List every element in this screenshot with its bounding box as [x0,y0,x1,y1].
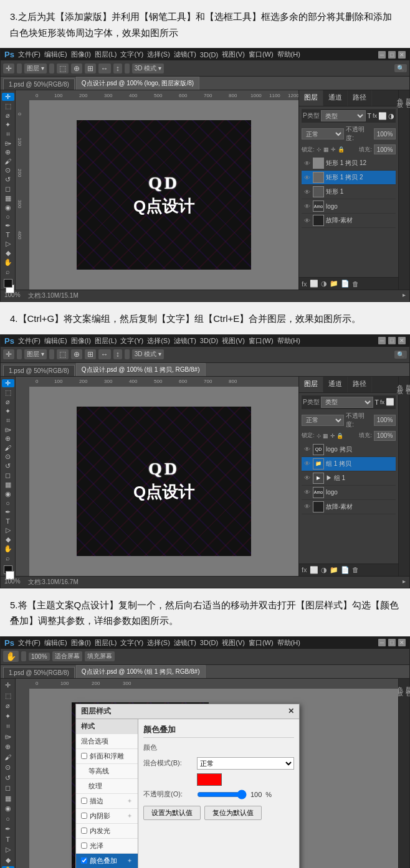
ps1-scroll-indicator[interactable]: ▸ [403,291,406,300]
ps2-lasso-tool[interactable]: ⌀ [2,398,14,406]
ps3-menu-type[interactable]: 文字(Y) [120,638,143,648]
dialog-style-inner-glow[interactable]: 内发光 [76,824,138,839]
dialog-style-texture[interactable]: 纹理 [76,779,138,794]
ps2-layer-mode[interactable]: 图层 ▾ [24,349,47,359]
ps1-menu-view[interactable]: 视图(V) [222,50,245,59]
ps3-eraser-tool[interactable]: ◻ [2,784,14,793]
layers-tab[interactable]: 图层 [299,90,323,106]
paths-tab[interactable]: 路径 [348,90,372,106]
ps2-toolbar-icon-4[interactable]: ↔ [98,349,111,359]
dialog-style-blending[interactable]: 混合选项 [76,734,138,749]
dialog-opacity-slider[interactable] [197,790,247,800]
channels-tab[interactable]: 通道 [323,90,348,106]
ps3-menu-window[interactable]: 窗口(W) [249,638,274,648]
clone-tool[interactable]: ⊙ [2,166,14,174]
ps2-text-tool[interactable]: T [2,517,14,525]
ps3-hand-tool[interactable]: ✋ [2,866,14,869]
ps3-menu-select[interactable]: 选择(S) [147,638,170,648]
heal-tool[interactable]: ⊕ [2,148,14,156]
ps2-eye-icon-2[interactable]: 👁 [303,474,311,482]
inner-shadow-plus[interactable]: ＋ [126,811,133,820]
ps2-eye-icon-1[interactable]: 👁 [303,460,311,468]
eye-icon-4[interactable]: 👁 [303,217,311,224]
ps2-gradient-tool[interactable]: ▦ [2,481,14,489]
path-select-tool[interactable]: ▷ [2,240,14,248]
ps2-panel-icon-mask[interactable]: ⬜ [386,398,394,406]
ps2-eraser-tool[interactable]: ◻ [2,471,14,479]
marquee-tool[interactable]: ⬚ [2,102,14,110]
ps2-history-brush-tool[interactable]: ↺ [2,462,14,470]
ps3-zoom-btn-3[interactable]: 填充屏幕 [85,651,115,661]
ps3-clone-tool[interactable]: ⊙ [2,763,14,773]
ps2-close-button[interactable]: ✕ [398,337,406,344]
ps1-menu-file[interactable]: 文件(F) [18,50,41,59]
history-brush-tool[interactable]: ↺ [2,176,14,184]
dialog-style-color-overlay[interactable]: 颜色叠加 ＋ [76,854,138,869]
eye-icon-2[interactable]: 👁 [303,188,311,196]
ps1-tab-1[interactable]: 1.psd @ 50%(RGB/8) [3,78,75,90]
hand-tool[interactable]: ✋ [2,258,14,267]
dialog-style-stroke[interactable]: 描边 ＋ [76,794,138,809]
toolbar-icon-2[interactable]: ⊕ [71,64,82,73]
ps1-menu-edit[interactable]: 编辑(E) [44,50,67,59]
ps2-lock-icon[interactable]: ⊹ ▦ ✛ 🔒 [317,433,344,439]
lasso-tool[interactable]: ⌀ [2,111,14,120]
text-tool[interactable]: T [2,231,14,238]
ps3-zoom-btn-2[interactable]: 适合屏幕 [52,651,82,661]
dialog-style-satin-check[interactable] [81,842,87,849]
add-mask-btn[interactable]: ⬜ [310,280,318,288]
layer-item-4[interactable]: 👁 故障-素材 [302,214,396,228]
dialog-set-default-btn[interactable]: 设置为默认值 [143,806,201,820]
ps3-tab-1[interactable]: 1.psd @ 50%(RGB/8) [3,667,75,678]
blend-mode-select[interactable]: 正常 [302,128,344,139]
toolbar-icon-4[interactable]: ↔ [98,64,111,73]
ps2-layer-item-4[interactable]: 👁 故障-素材 [302,500,396,514]
panel-icon-adj[interactable]: ◑ [388,112,394,120]
ps2-move-tool-btn[interactable]: ✛ [3,349,14,359]
dialog-style-bevel-check[interactable] [81,753,87,759]
ps3-magic-wand-tool[interactable]: ✦ [2,712,14,721]
ps2-menu-file[interactable]: 文件(F) [18,336,41,346]
ps1-menu-layer[interactable]: 图层(L) [95,50,117,59]
dialog-close-btn[interactable]: ✕ [288,707,294,715]
ps3-lasso-tool[interactable]: ⌀ [2,702,14,711]
fill-input[interactable]: 100% [374,144,396,154]
dodge-tool[interactable]: ○ [2,213,14,220]
ps1-menu-type[interactable]: 文字(Y) [120,50,143,59]
minimize-button[interactable]: ─ [378,51,386,59]
dialog-reset-btn[interactable]: 复位为默认值 [204,806,262,820]
eye-icon-3[interactable]: 👁 [303,202,311,210]
ps2-add-adj-btn[interactable]: ◑ [321,566,327,574]
layer-mode-select[interactable]: 图层 ▾ [24,64,47,73]
zoom-tool[interactable]: ⌕ [2,268,14,275]
ps3-path-tool[interactable]: ▷ [2,846,14,855]
ps2-eyedropper-tool[interactable]: ⌲ [2,426,14,433]
layer-type-select[interactable]: 类型 [321,110,366,121]
ps2-eye-icon-0[interactable]: 👁 [303,446,311,453]
ps2-menu-select[interactable]: 选择(S) [147,336,170,346]
ps3-move-tool[interactable]: ✛ [2,681,14,691]
ps2-menu-image[interactable]: 图像(I) [71,336,91,346]
ps2-layer-item-1[interactable]: 👁 📁 组 1 拷贝 [302,457,396,471]
ps1-menu-filter[interactable]: 滤镜(T) [174,50,196,59]
shape-tool[interactable]: ◆ [2,249,14,257]
ps3-menu-3d[interactable]: 3D(D) [200,639,218,646]
ps2-pen-tool[interactable]: ✒ [2,508,14,516]
move-tool[interactable]: ✛ [2,93,14,101]
ps3-crop-tool[interactable]: ⌗ [2,722,14,732]
ps2-move-tool[interactable]: ✛ [2,379,14,387]
ps2-fill-input[interactable] [374,431,396,441]
ps3-text-tool[interactable]: T [2,835,14,844]
ps3-blur-tool[interactable]: ◉ [2,804,14,814]
ps2-toolbar-icon-1[interactable]: ⬚ [57,349,69,359]
dialog-style-satin[interactable]: 光泽 [76,839,138,854]
ps2-add-mask-btn[interactable]: ⬜ [310,566,318,574]
ps2-toolbar-icon-5[interactable]: ↕ [113,349,122,359]
ps2-panel-icon-fx[interactable]: fx [380,399,384,405]
magic-wand-tool[interactable]: ✦ [2,121,14,129]
eye-icon-1[interactable]: 👁 [303,174,311,181]
stroke-plus[interactable]: ＋ [126,796,133,805]
ps2-layer-item-3[interactable]: 👁 Amo logo [302,486,396,500]
ps2-scroll-indicator[interactable]: ▸ [403,578,406,587]
maximize-button[interactable]: □ [388,51,396,59]
